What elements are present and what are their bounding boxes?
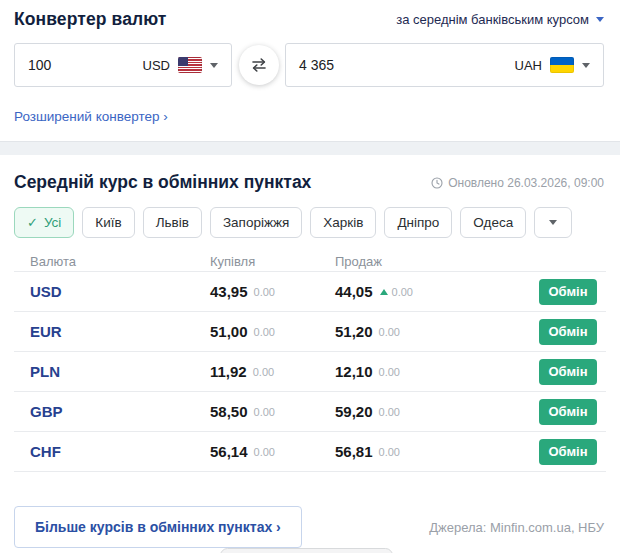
col-header-buy: Купівля bbox=[210, 254, 335, 269]
sell-cell: 51,20 0.00 bbox=[335, 323, 536, 340]
table-row: CHF 56,14 0.00 56,81 0.00 Обмін bbox=[14, 432, 606, 472]
currency-to-select[interactable]: UAH bbox=[515, 57, 590, 73]
buy-change: 0.00 bbox=[253, 366, 274, 378]
sell-change: 0.00 bbox=[379, 406, 400, 418]
buy-change: 0.00 bbox=[254, 286, 275, 298]
currency-link[interactable]: PLN bbox=[30, 363, 210, 380]
rates-section-title: Середній курс в обмінних пунктах bbox=[14, 172, 311, 193]
sell-change: 0.00 bbox=[392, 286, 413, 298]
buy-value: 43,95 bbox=[210, 283, 248, 300]
filter-chip-5[interactable]: Дніпро bbox=[384, 207, 452, 238]
swap-currencies-button[interactable] bbox=[239, 45, 279, 85]
sell-value: 12,10 bbox=[335, 363, 373, 380]
currency-link[interactable]: GBP bbox=[30, 403, 210, 420]
currency-from-select[interactable]: USD bbox=[143, 57, 218, 73]
buy-cell: 11,92 0.00 bbox=[210, 363, 335, 380]
city-filter-chips: ✓УсіКиївЛьвівЗапоріжжяХарківДніпроОдеса bbox=[0, 207, 620, 238]
converter-row: 100 USD 4 365 UAH bbox=[0, 43, 620, 87]
buy-cell: 58,50 0.00 bbox=[210, 403, 335, 420]
check-icon: ✓ bbox=[27, 215, 38, 230]
more-rates-button[interactable]: Більше курсів в обмінних пунктах › bbox=[14, 506, 302, 548]
filter-chip-1[interactable]: Київ bbox=[82, 207, 134, 238]
sell-value: 51,20 bbox=[335, 323, 373, 340]
buy-change: 0.00 bbox=[254, 446, 275, 458]
filter-chip-label: Усі bbox=[44, 215, 61, 230]
swap-wrap bbox=[232, 45, 285, 85]
filter-chip-label: Запоріжжя bbox=[223, 215, 289, 230]
rates-section-header: Середній курс в обмінних пунктах Оновлен… bbox=[0, 172, 620, 193]
page-title: Конвертер валют bbox=[14, 9, 166, 30]
rates-table-body: USD 43,95 0.00 44,05 0.00 Обмін EUR 51,0… bbox=[0, 272, 620, 472]
sell-cell: 44,05 0.00 bbox=[335, 283, 536, 300]
exchange-button[interactable]: Обмін bbox=[539, 279, 597, 305]
buy-value: 58,50 bbox=[210, 403, 248, 420]
buy-value: 56,14 bbox=[210, 443, 248, 460]
currency-from-code: USD bbox=[143, 58, 170, 73]
rates-table: Валюта Купівля Продаж USD 43,95 0.00 44,… bbox=[0, 252, 620, 472]
rate-type-dropdown[interactable]: за середнім банківським курсом bbox=[396, 12, 604, 27]
advanced-converter-link[interactable]: Розширений конвертер › bbox=[14, 109, 168, 124]
rates-table-header: Валюта Купівля Продаж bbox=[14, 252, 606, 272]
amount-from-field[interactable]: 100 USD bbox=[14, 43, 232, 87]
filter-chip-label: Дніпро bbox=[397, 215, 439, 230]
amount-to-field[interactable]: 4 365 UAH bbox=[285, 43, 604, 87]
partial-bottom-element bbox=[220, 548, 393, 553]
table-row: EUR 51,00 0.00 51,20 0.00 Обмін bbox=[14, 312, 606, 352]
table-row: USD 43,95 0.00 44,05 0.00 Обмін bbox=[14, 272, 606, 312]
converter-header: Конвертер валют за середнім банківським … bbox=[0, 0, 620, 30]
buy-cell: 43,95 0.00 bbox=[210, 283, 335, 300]
updated-label: Оновлено 26.03.2026, 09:00 bbox=[448, 176, 604, 190]
swap-arrows-icon bbox=[249, 57, 269, 73]
chevron-down-icon bbox=[210, 63, 218, 68]
buy-cell: 51,00 0.00 bbox=[210, 323, 335, 340]
chevron-down-icon bbox=[549, 220, 557, 225]
buy-cell: 56,14 0.00 bbox=[210, 443, 335, 460]
buy-value: 51,00 bbox=[210, 323, 248, 340]
currency-link[interactable]: EUR bbox=[30, 323, 210, 340]
filter-chip-0[interactable]: ✓Усі bbox=[14, 207, 74, 238]
chevron-down-icon bbox=[582, 63, 590, 68]
exchange-button[interactable]: Обмін bbox=[539, 359, 597, 385]
currency-link[interactable]: CHF bbox=[30, 443, 210, 460]
sell-cell: 59,20 0.00 bbox=[335, 403, 536, 420]
ua-flag-icon bbox=[550, 57, 574, 73]
bottom-row: Більше курсів в обмінних пунктах › Джере… bbox=[0, 506, 620, 548]
rate-type-label: за середнім банківським курсом bbox=[396, 12, 589, 27]
exchange-button[interactable]: Обмін bbox=[539, 439, 597, 465]
col-header-sell: Продаж bbox=[335, 254, 536, 269]
clock-icon bbox=[431, 177, 443, 189]
exchange-button[interactable]: Обмін bbox=[539, 319, 597, 345]
trend-up-icon bbox=[380, 289, 388, 295]
filter-chip-label: Київ bbox=[95, 215, 121, 230]
amount-to-value[interactable]: 4 365 bbox=[299, 57, 334, 73]
filter-chip-2[interactable]: Львів bbox=[143, 207, 202, 238]
filter-chip-6[interactable]: Одеса bbox=[460, 207, 526, 238]
table-row: PLN 11,92 0.00 12,10 0.00 Обмін bbox=[14, 352, 606, 392]
buy-value: 11,92 bbox=[210, 363, 247, 380]
filter-chip-label: Львів bbox=[156, 215, 189, 230]
sell-value: 59,20 bbox=[335, 403, 373, 420]
filter-chip-label: Харків bbox=[323, 215, 363, 230]
sources-label: Джерела: Minfin.com.ua, НБУ bbox=[429, 520, 604, 535]
filter-chip-3[interactable]: Запоріжжя bbox=[210, 207, 302, 238]
sell-change: 0.00 bbox=[379, 326, 400, 338]
filter-chip-label: Одеса bbox=[473, 215, 513, 230]
chevron-down-icon bbox=[596, 17, 604, 22]
sell-value: 56,81 bbox=[335, 443, 373, 460]
buy-change: 0.00 bbox=[254, 406, 275, 418]
sell-value: 44,05 bbox=[335, 283, 373, 300]
table-row: GBP 58,50 0.00 59,20 0.00 Обмін bbox=[14, 392, 606, 432]
sell-change: 0.00 bbox=[379, 446, 400, 458]
updated-timestamp: Оновлено 26.03.2026, 09:00 bbox=[431, 176, 604, 190]
sell-cell: 56,81 0.00 bbox=[335, 443, 536, 460]
filter-chip-4[interactable]: Харків bbox=[310, 207, 376, 238]
currency-to-code: UAH bbox=[515, 58, 542, 73]
amount-from-value[interactable]: 100 bbox=[28, 57, 51, 73]
buy-change: 0.00 bbox=[254, 326, 275, 338]
sell-cell: 12,10 0.00 bbox=[335, 363, 536, 380]
more-cities-chip[interactable] bbox=[534, 207, 572, 238]
section-divider bbox=[0, 141, 620, 155]
sell-change: 0.00 bbox=[379, 366, 400, 378]
currency-link[interactable]: USD bbox=[30, 283, 210, 300]
exchange-button[interactable]: Обмін bbox=[539, 399, 597, 425]
